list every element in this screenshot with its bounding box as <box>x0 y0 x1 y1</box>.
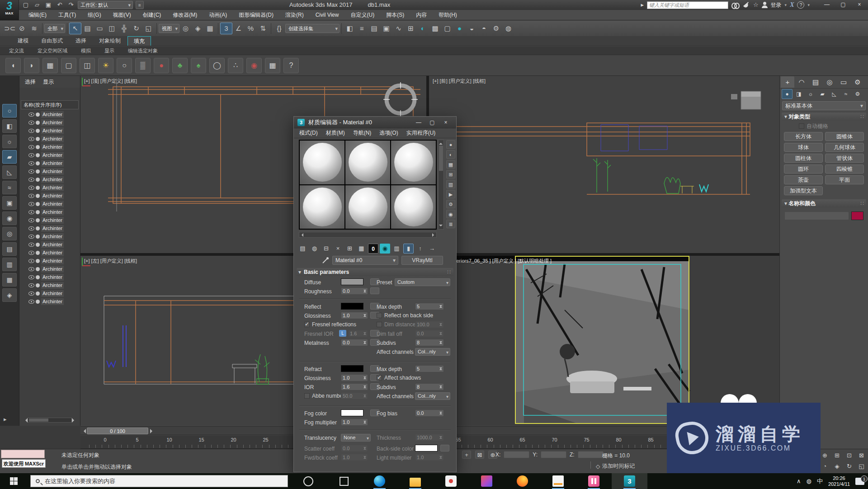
scene-explorer-row[interactable]: Archinter <box>19 118 80 127</box>
edge-icon[interactable] <box>362 473 397 489</box>
display-materials-icon[interactable]: ▣ <box>2 196 17 210</box>
object-type-button[interactable]: 茶壶 <box>784 175 823 184</box>
redo-icon[interactable]: ↷ <box>66 1 76 9</box>
notification-center-icon[interactable]: 1 <box>855 478 864 485</box>
visibility-eye-icon[interactable] <box>28 113 34 117</box>
task-view-icon[interactable] <box>326 473 362 489</box>
scatter-coeff-spinner[interactable]: 0.0 <box>341 445 368 452</box>
visibility-eye-icon[interactable] <box>28 300 34 304</box>
scene-explorer-row[interactable]: Archinter <box>19 183 80 192</box>
scene-explorer-row[interactable]: Archinter <box>19 281 80 289</box>
save-file-icon[interactable]: ▣ <box>43 1 53 9</box>
reflect-color-swatch[interactable] <box>341 303 363 310</box>
object-type-button[interactable]: 球体 <box>784 143 823 152</box>
dialog-menu-item[interactable]: 模式(D) <box>295 128 322 138</box>
scene-explorer-row[interactable]: Archinter <box>19 265 80 273</box>
named-selection-sets-dropdown[interactable]: 创建选择集 <box>285 24 340 33</box>
affect-channels2-dropdown[interactable]: Col...nly <box>415 392 450 400</box>
populate-tool-icon[interactable]: ○ <box>117 58 132 73</box>
abbe-spinner[interactable]: 50.0 <box>341 392 368 400</box>
explorer-menu-display[interactable]: 显示 <box>43 78 54 88</box>
primitive-category-dropdown[interactable]: 标准基本体 <box>782 101 866 110</box>
object-type-button[interactable]: 圆环 <box>784 165 823 174</box>
autogrid-checkbox[interactable] <box>799 123 804 129</box>
fog-bias-spinner[interactable]: 0.0 <box>415 409 444 417</box>
schematic-view-icon[interactable]: ⊞ <box>405 23 417 34</box>
viewport-label[interactable]: nteriors7_06_35 ] [用户定义 ] [默认明暗处理 ] <box>452 258 552 264</box>
network-icon[interactable]: ◍ <box>807 478 811 484</box>
explorer-sort-header[interactable]: 名称(按升序排序) <box>21 100 79 109</box>
display-visibility-icon[interactable]: ◉ <box>2 212 17 225</box>
populate-tool-icon[interactable]: ● <box>154 58 169 73</box>
align-icon[interactable]: ≡ <box>356 23 368 34</box>
scene-explorer-row[interactable]: Archinter <box>19 249 80 257</box>
window-crossing-icon[interactable]: ◫ <box>106 23 118 34</box>
visibility-eye-icon[interactable] <box>28 145 34 149</box>
ribbon-panel-tab[interactable]: 定义空闲区域 <box>38 47 67 55</box>
visibility-eye-icon[interactable] <box>28 194 34 198</box>
affect-channels-dropdown[interactable]: Col...nly <box>415 348 450 356</box>
tab-motion[interactable]: ◎ <box>823 76 836 88</box>
glossiness-spinner[interactable]: 1.0 <box>341 312 368 319</box>
menu-item[interactable]: 帮助(H) <box>433 10 463 20</box>
max-depth-spinner[interactable]: 5 <box>415 303 444 310</box>
options-icon[interactable]: ⚙ <box>446 200 455 208</box>
cortana-icon[interactable] <box>290 473 326 489</box>
ribbon-panel-tab[interactable]: 模拟 <box>81 47 91 55</box>
dim-distance-checkbox[interactable] <box>377 322 382 327</box>
tab-create[interactable]: + <box>781 76 794 88</box>
close-button[interactable]: × <box>439 119 453 126</box>
fresnel-checkbox[interactable] <box>304 322 310 327</box>
visibility-eye-icon[interactable] <box>28 251 34 255</box>
tab-utilities[interactable]: ⚙ <box>851 76 864 88</box>
object-type-button[interactable]: 圆柱体 <box>784 154 823 163</box>
menu-item[interactable]: 图形编辑器(D) <box>233 10 279 20</box>
material-sample-slot[interactable] <box>300 185 344 229</box>
time-slider-thumb[interactable]: 0 / 100 <box>87 428 148 434</box>
fog-multiplier-spinner[interactable]: 1.0 <box>341 418 368 426</box>
x-coordinate-field[interactable] <box>504 451 529 458</box>
reset-map-icon[interactable]: × <box>333 244 343 254</box>
pivot-center-icon[interactable]: ◎ <box>179 23 192 34</box>
visibility-eye-icon[interactable] <box>28 235 34 239</box>
taskbar-clock[interactable]: 20:262021/4/11 <box>828 475 850 487</box>
populate-tool-icon[interactable]: ▒ <box>135 58 151 73</box>
backlight-icon[interactable]: ◐ <box>446 150 455 159</box>
menu-item[interactable]: Civil View <box>310 10 345 20</box>
scene-explorer-row[interactable]: Archinter <box>19 297 80 306</box>
selection-filter-dropdown[interactable]: 全部 <box>44 24 65 33</box>
spinner-snap-icon[interactable]: ⇅ <box>257 23 269 34</box>
ribbon-tab[interactable]: 对象绘制 <box>93 36 127 46</box>
roughness-map-button[interactable] <box>370 287 379 294</box>
visibility-eye-icon[interactable] <box>28 243 34 247</box>
abbe-checkbox[interactable] <box>304 393 310 399</box>
visibility-eye-icon[interactable] <box>28 259 34 263</box>
scene-explorer-row[interactable]: Archinter <box>19 159 80 167</box>
display-geometry-icon[interactable]: ◧ <box>2 119 17 133</box>
scene-explorer-row[interactable]: Archinter <box>19 135 80 143</box>
orbit-icon[interactable]: ↻ <box>844 461 855 471</box>
viewport-front[interactable]: [+] [前] [用户定义] [线框] <box>429 76 779 253</box>
menu-item[interactable]: 脚本(S) <box>380 10 410 20</box>
ior-spinner[interactable]: 1.6 <box>341 383 368 390</box>
render-iterative-icon[interactable]: ◒ <box>466 23 478 34</box>
close-button[interactable]: × <box>852 0 867 9</box>
coordinate-system-dropdown[interactable]: 视图 <box>159 24 179 33</box>
object-type-button[interactable]: 管状体 <box>825 154 864 163</box>
fov-icon[interactable]: ◔ <box>819 461 830 471</box>
slots-vertical-scrollbar[interactable] <box>438 140 444 230</box>
populate-tool-icon[interactable]: ▦ <box>265 58 280 73</box>
minimize-button[interactable]: — <box>819 0 835 9</box>
visibility-eye-icon[interactable] <box>28 129 34 133</box>
menu-item[interactable]: 创建(C) <box>137 10 167 20</box>
scene-explorer-row[interactable]: Archinter <box>19 200 80 208</box>
explorer-menu-select[interactable]: 选择 <box>25 78 36 88</box>
menu-item[interactable]: 组(G) <box>82 10 107 20</box>
dialog-title-bar[interactable]: 3 材质编辑器 - Material #0 —▢× <box>294 117 456 128</box>
z-coordinate-field[interactable] <box>578 451 604 458</box>
open-file-icon[interactable]: ▱ <box>32 1 42 9</box>
help-dropdown-icon[interactable]: ▾ <box>807 3 810 7</box>
material-id-icon[interactable]: 0 <box>368 244 378 254</box>
ribbon-panel-tab[interactable]: 显示 <box>104 47 114 55</box>
max-depth2-spinner[interactable]: 5 <box>415 365 444 372</box>
